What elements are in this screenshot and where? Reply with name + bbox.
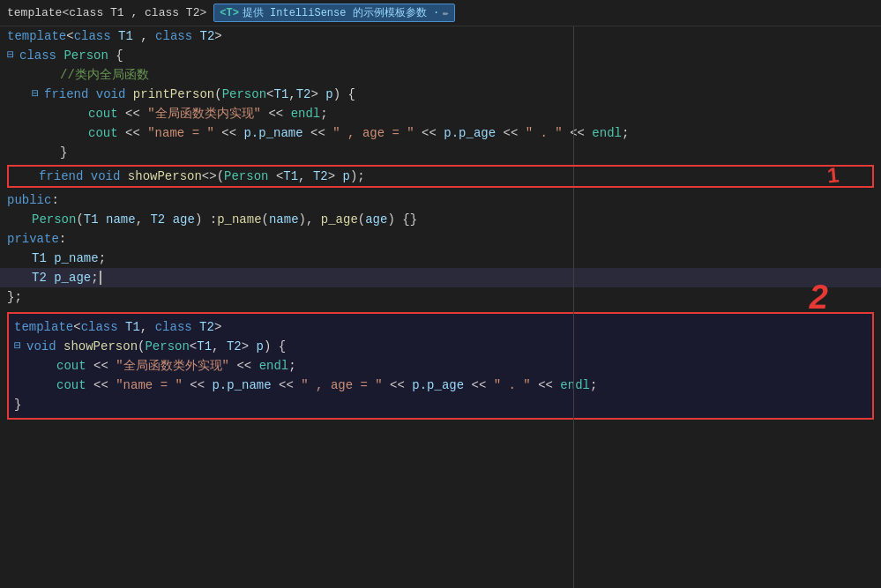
bottom-code-section: template<class T1, class T2> ⊟void showP… (7, 312, 874, 420)
code-line: } (0, 143, 881, 162)
code-line: public: (0, 190, 881, 210)
code-line: T2 p_age; (0, 268, 881, 287)
annotation-2: 2 (810, 279, 828, 316)
code-line: Person(T1 name, T2 age) :p_name(name), p… (0, 210, 881, 229)
intellisense-badge[interactable]: <T> 提供 IntelliSense 的示例模板参数 · ✏ (213, 4, 454, 22)
code-line: } (14, 395, 867, 414)
intellisense-text: 提供 IntelliSense 的示例模板参数 · (243, 5, 439, 20)
code-line: template<class T1, class T2> (14, 317, 867, 337)
collapse-icon[interactable]: ⊟ (7, 46, 19, 65)
code-editor: template<class T1 , class T2> <T> 提供 Int… (0, 0, 881, 588)
highlighted-code-box: friend void showPerson<>(Person <T1, T2>… (7, 165, 874, 188)
highlighted-line-box: friend void showPerson<>(Person <T1, T2>… (7, 165, 874, 188)
pencil-icon: ✏ (443, 7, 449, 19)
code-line: cout << "name = " << p.p_name << " , age… (14, 376, 867, 395)
code-line: cout << "全局函数类外实现" << endl; (14, 356, 867, 376)
code-line: private: (0, 229, 881, 249)
collapse-icon[interactable]: ⊟ (14, 337, 26, 356)
code-line: ⊟void showPerson(Person<T1, T2> p) { (14, 337, 867, 356)
code-line: cout << "全局函数类内实现" << endl; (0, 104, 881, 123)
text-cursor (100, 271, 101, 285)
annotation-1: 1 (825, 162, 840, 188)
code-line: //类内全局函数 (0, 65, 881, 85)
code-line: cout << "name = " << p.p_name << " , age… (0, 123, 881, 143)
collapse-icon[interactable]: ⊟ (32, 85, 44, 104)
code-line: T1 p_name; (0, 249, 881, 268)
t-badge: <T> (220, 7, 239, 19)
template-signature: template<class T1 , class T2> (7, 6, 206, 19)
code-area: template<class T1 , class T2> ⊟class Per… (0, 26, 881, 588)
code-line: ⊟class Person { (0, 46, 881, 65)
code-line: template<class T1 , class T2> (0, 26, 881, 46)
top-bar: template<class T1 , class T2> <T> 提供 Int… (0, 0, 881, 26)
code-line: }; (0, 287, 881, 307)
code-line: ⊟friend void printPerson(Person<T1,T2> p… (0, 85, 881, 104)
